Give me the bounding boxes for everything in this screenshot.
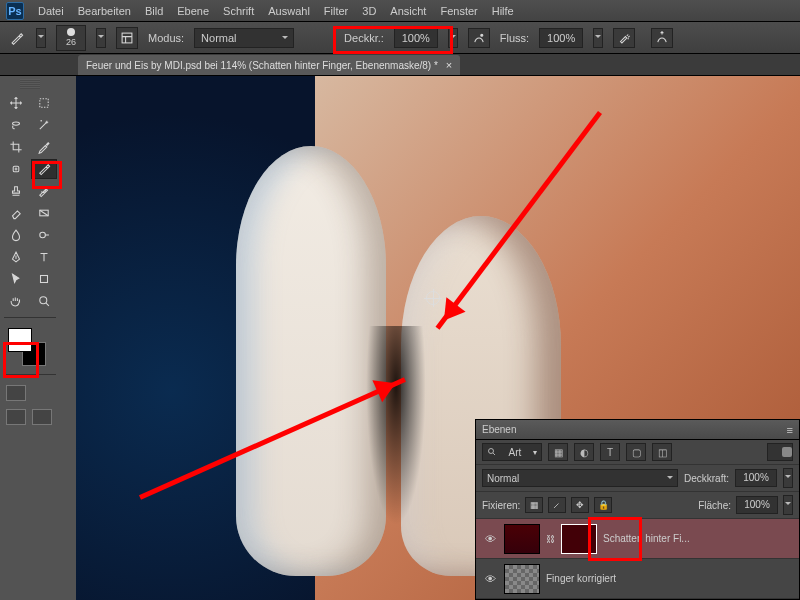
visibility-toggle-icon[interactable]: 👁 (482, 573, 498, 585)
wand-tool[interactable] (31, 115, 57, 135)
document-tab-bar: Feuer und Eis by MDI.psd bei 114% (Schat… (0, 54, 800, 76)
layer-blend-mode-value: Normal (487, 473, 519, 484)
blend-mode-value: Normal (201, 32, 236, 44)
zoom-tool[interactable] (31, 291, 57, 311)
size-pressure-toggle[interactable] (651, 28, 673, 48)
menu-select[interactable]: Auswahl (268, 5, 310, 17)
lock-position-icon[interactable]: ✥ (571, 497, 589, 513)
options-bar: 26 Modus: Normal Deckkr.: 100% Fluss: 10… (0, 22, 800, 54)
layer-row-active[interactable]: 👁 ⛓ Schatten hinter Fi... (476, 519, 799, 559)
filter-adjust-icon[interactable]: ◐ (574, 443, 594, 461)
mask-link-icon[interactable]: ⛓ (546, 534, 555, 544)
filter-type-icon[interactable]: T (600, 443, 620, 461)
blur-tool[interactable] (3, 225, 29, 245)
layer-fill-dropdown[interactable] (783, 495, 793, 515)
eyedropper-tool[interactable] (31, 137, 57, 157)
flow-dropdown[interactable] (593, 28, 603, 48)
layer-name[interactable]: Schatten hinter Fi... (603, 533, 793, 544)
layer-fill-field[interactable]: 100% (736, 496, 778, 514)
filter-shape-icon[interactable]: ▢ (626, 443, 646, 461)
type-tool[interactable] (31, 247, 57, 267)
brush-preview[interactable]: 26 (56, 25, 86, 51)
lock-label: Fixieren: (482, 500, 520, 511)
airbrush-toggle[interactable] (613, 28, 635, 48)
screenmode-alt-button[interactable] (32, 409, 52, 425)
layer-mask-thumbnail[interactable] (561, 524, 597, 554)
layer-thumbnail[interactable] (504, 524, 540, 554)
menu-3d[interactable]: 3D (362, 5, 376, 17)
move-tool[interactable] (3, 93, 29, 113)
menu-edit[interactable]: Bearbeiten (78, 5, 131, 17)
fill-label: Fläche: (698, 500, 731, 511)
filter-toggle-switch[interactable] (767, 443, 793, 461)
document-tab-title: Feuer und Eis by MDI.psd bei 114% (Schat… (86, 60, 438, 71)
svg-point-1 (481, 34, 483, 36)
flow-field[interactable]: 100% (539, 28, 583, 48)
history-brush-tool[interactable] (31, 181, 57, 201)
marquee-tool[interactable] (31, 93, 57, 113)
brush-cursor (426, 291, 440, 305)
menu-image[interactable]: Bild (145, 5, 163, 17)
layer-row[interactable]: 👁 Finger korrigiert (476, 559, 799, 599)
tools-panel (0, 76, 60, 600)
menu-view[interactable]: Ansicht (390, 5, 426, 17)
layer-blend-mode-select[interactable]: Normal (482, 469, 678, 487)
screenmode-button[interactable] (6, 409, 26, 425)
blend-mode-select[interactable]: Normal (194, 28, 294, 48)
flow-label: Fluss: (500, 32, 529, 44)
menu-bar: Ps Datei Bearbeiten Bild Ebene Schrift A… (0, 0, 800, 22)
pen-tool[interactable] (3, 247, 29, 267)
svg-point-7 (40, 297, 47, 304)
opacity-pressure-toggle[interactable] (468, 28, 490, 48)
menu-help[interactable]: Hilfe (492, 5, 514, 17)
svg-point-5 (40, 232, 46, 238)
lock-pixels-icon[interactable] (548, 497, 566, 513)
opacity-dropdown[interactable] (448, 28, 458, 48)
opacity-label: Deckkr.: (344, 32, 384, 44)
gradient-tool[interactable] (31, 203, 57, 223)
menu-window[interactable]: Fenster (440, 5, 477, 17)
layers-panel-title: Ebenen (482, 424, 516, 435)
filter-pixel-icon[interactable]: ▦ (548, 443, 568, 461)
panel-menu-icon[interactable]: ≡ (787, 424, 793, 436)
layer-thumbnail[interactable] (504, 564, 540, 594)
brush-size-value: 26 (66, 37, 76, 47)
brush-panel-toggle[interactable] (116, 27, 138, 49)
lock-transparent-icon[interactable]: ▦ (525, 497, 543, 513)
layer-opacity-dropdown[interactable] (783, 468, 793, 488)
eraser-tool[interactable] (3, 203, 29, 223)
menu-type[interactable]: Schrift (223, 5, 254, 17)
path-select-tool[interactable] (3, 269, 29, 289)
filter-smart-icon[interactable]: ◫ (652, 443, 672, 461)
layer-filter-kind[interactable]: Art ▾ (482, 443, 542, 461)
dodge-tool[interactable] (31, 225, 57, 245)
brush-preset-dropdown[interactable] (96, 28, 106, 48)
svg-rect-6 (41, 276, 48, 283)
layer-opacity-field[interactable]: 100% (735, 469, 777, 487)
menu-layer[interactable]: Ebene (177, 5, 209, 17)
crop-tool[interactable] (3, 137, 29, 157)
lasso-tool[interactable] (3, 115, 29, 135)
document-tab[interactable]: Feuer und Eis by MDI.psd bei 114% (Schat… (78, 55, 460, 75)
tool-preset-icon[interactable] (8, 29, 26, 47)
lock-all-icon[interactable]: 🔒 (594, 497, 612, 513)
layers-panel: Ebenen ≡ Art ▾ ▦ ◐ T ▢ ◫ Normal Deckkraf… (475, 419, 800, 600)
quickmask-toggle[interactable] (6, 385, 26, 401)
panel-grip[interactable] (20, 79, 40, 89)
color-swatches[interactable] (8, 328, 48, 368)
close-icon[interactable]: × (446, 59, 452, 71)
layer-filter-kind-label: Art (509, 447, 522, 458)
hand-tool[interactable] (3, 291, 29, 311)
svg-point-8 (489, 449, 494, 454)
foreground-color-swatch[interactable] (8, 328, 32, 352)
menu-filter[interactable]: Filter (324, 5, 348, 17)
healing-tool[interactable] (3, 159, 29, 179)
menu-file[interactable]: Datei (38, 5, 64, 17)
layer-name[interactable]: Finger korrigiert (546, 573, 793, 584)
tool-preset-dropdown[interactable] (36, 28, 46, 48)
shape-tool[interactable] (31, 269, 57, 289)
brush-tool[interactable] (31, 159, 57, 179)
stamp-tool[interactable] (3, 181, 29, 201)
opacity-field[interactable]: 100% (394, 28, 438, 48)
visibility-toggle-icon[interactable]: 👁 (482, 533, 498, 545)
